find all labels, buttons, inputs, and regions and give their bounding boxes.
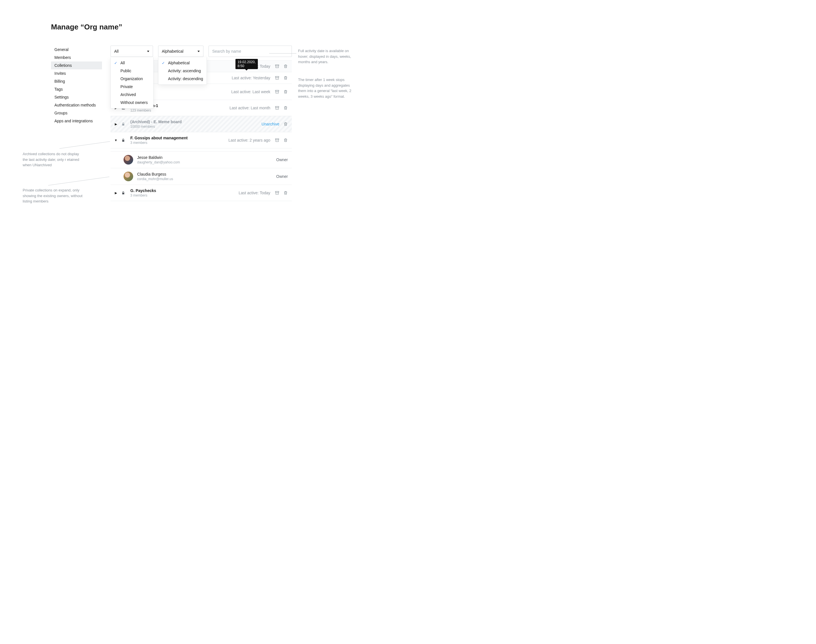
avatar <box>123 172 133 181</box>
main-panel: All ✓ All Public Organization Private Ar… <box>111 46 292 201</box>
visibility-option-archived[interactable]: Archived <box>111 90 153 98</box>
last-active-label: Last active: Today <box>238 190 270 195</box>
last-active-label: Last active: Last month <box>229 106 270 110</box>
visibility-option-organization[interactable]: Organization <box>111 75 153 83</box>
member-name: Jesse Baldwin <box>137 155 276 160</box>
visibility-option-all[interactable]: ✓ All <box>111 59 153 67</box>
sidebar-item-members[interactable]: Members <box>51 54 102 61</box>
member-row: Claudia Burgess cordia_mohr@muller.us Ow… <box>111 168 292 185</box>
check-icon: ✓ <box>162 61 165 65</box>
trash-icon[interactable] <box>283 76 288 80</box>
trash-icon[interactable] <box>283 64 288 69</box>
annotation-line <box>269 53 297 54</box>
search-input[interactable]: Search by name <box>209 46 292 57</box>
sort-value: Alphabetical <box>162 49 183 54</box>
collection-row: ▶ G. Paychecks 3 members Last active: To… <box>111 185 292 201</box>
member-count: 10000 members <box>130 124 261 129</box>
chevron-down-icon <box>147 51 149 52</box>
sidebar-item-tags[interactable]: Tags <box>51 85 102 93</box>
archive-icon[interactable] <box>275 190 280 195</box>
annotation-timer-aggregation: The timer after 1 week stops displaying … <box>298 77 355 99</box>
archive-icon[interactable] <box>275 138 280 143</box>
sort-option-activity-desc[interactable]: Activity: descending <box>158 75 207 83</box>
chevron-down-icon <box>197 51 200 52</box>
archive-icon[interactable] <box>275 64 280 69</box>
sidebar-item-settings[interactable]: Settings <box>51 93 102 101</box>
last-active-label: Last active: 2 years ago <box>228 138 270 143</box>
sidebar-item-invites[interactable]: Invites <box>51 69 102 77</box>
unarchive-button[interactable]: Unarchive <box>261 122 280 126</box>
trash-icon[interactable] <box>283 138 288 143</box>
activity-tooltip: 19.02.2020, 8:50 <box>235 59 258 69</box>
member-role: Owner <box>276 174 288 179</box>
member-count: 3 members <box>130 141 228 145</box>
trash-icon[interactable] <box>283 89 288 94</box>
visibility-filter-dropdown: ✓ All Public Organization Private Archiv… <box>111 57 154 109</box>
sidebar-item-auth-methods[interactable]: Authentication methods <box>51 101 102 109</box>
sidebar-item-apps-integrations[interactable]: Apps and integrations <box>51 117 102 125</box>
trash-icon[interactable] <box>283 106 288 110</box>
visibility-filter-select[interactable]: All ✓ All Public Organization Private Ar… <box>111 46 153 57</box>
svg-rect-2 <box>275 90 279 91</box>
sidebar-item-collections[interactable]: Colletions <box>51 61 102 69</box>
sidebar-item-billing[interactable]: Billing <box>51 77 102 85</box>
sort-option-alphabetical[interactable]: ✓ Alphabetical <box>158 59 207 67</box>
member-email: cordia_mohr@muller.us <box>137 177 276 181</box>
sidebar: General Members Colletions Invites Billi… <box>51 46 102 125</box>
lock-icon <box>119 138 128 142</box>
archive-icon[interactable] <box>275 89 280 94</box>
sort-option-activity-asc[interactable]: Activity: ascending <box>158 67 207 75</box>
member-email: daugherty_dan@yahoo.com <box>137 160 276 164</box>
member-role: Owner <box>276 158 288 162</box>
member-name: Claudia Burgess <box>137 172 276 176</box>
lock-icon <box>119 122 128 126</box>
visibility-option-public[interactable]: Public <box>111 67 153 75</box>
collection-title: G. Paychecks <box>130 188 238 193</box>
visibility-option-without-owners[interactable]: Without owners <box>111 98 153 106</box>
lock-icon <box>119 191 128 195</box>
svg-rect-0 <box>275 65 279 66</box>
trash-icon[interactable] <box>283 190 288 195</box>
visibility-option-private[interactable]: Private <box>111 83 153 90</box>
svg-rect-4 <box>275 139 279 140</box>
sidebar-item-general[interactable]: General <box>51 46 102 54</box>
svg-rect-5 <box>275 192 279 192</box>
annotation-hover-date: Full activity date is available on hover… <box>298 48 355 65</box>
check-icon: ✓ <box>114 61 117 65</box>
last-active-label: Last active: Last week <box>231 89 270 94</box>
member-count: 3 members <box>130 193 238 198</box>
collection-row: ▼ F. Gossips about management 3 members … <box>111 132 292 149</box>
archive-icon[interactable] <box>275 76 280 80</box>
collection-title: (Archived) - E. Meme board <box>130 120 261 124</box>
page-title: Manage “Org name” <box>51 23 408 31</box>
sidebar-item-groups[interactable]: Groups <box>51 109 102 117</box>
visibility-filter-value: All <box>114 49 119 54</box>
svg-rect-1 <box>275 77 279 77</box>
expand-toggle[interactable]: ▶ <box>113 191 119 195</box>
collection-row-archived: ▶ (Archived) - E. Meme board 10000 membe… <box>111 116 292 132</box>
annotation-archived: Archived collections do not display the … <box>23 151 85 168</box>
expand-toggle[interactable]: ▼ <box>113 138 119 142</box>
sort-dropdown: ✓ Alphabetical Activity: ascending Activ… <box>158 57 207 85</box>
trash-icon[interactable] <box>283 122 288 126</box>
member-count: 123 members <box>130 109 229 112</box>
archive-icon[interactable] <box>275 106 280 110</box>
last-active-label: Last active: Yesterday <box>232 76 270 80</box>
expand-toggle[interactable]: ▶ <box>113 122 119 126</box>
avatar <box>123 155 133 164</box>
member-row: Jesse Baldwin daugherty_dan@yahoo.com Ow… <box>111 151 292 168</box>
search-placeholder: Search by name <box>212 49 241 54</box>
sort-select[interactable]: Alphabetical ✓ Alphabetical Activity: as… <box>158 46 203 57</box>
svg-rect-3 <box>275 106 279 107</box>
annotation-private-expand: Private collections on expand, only show… <box>23 187 85 204</box>
collection-title: F. Gossips about management <box>130 136 228 140</box>
